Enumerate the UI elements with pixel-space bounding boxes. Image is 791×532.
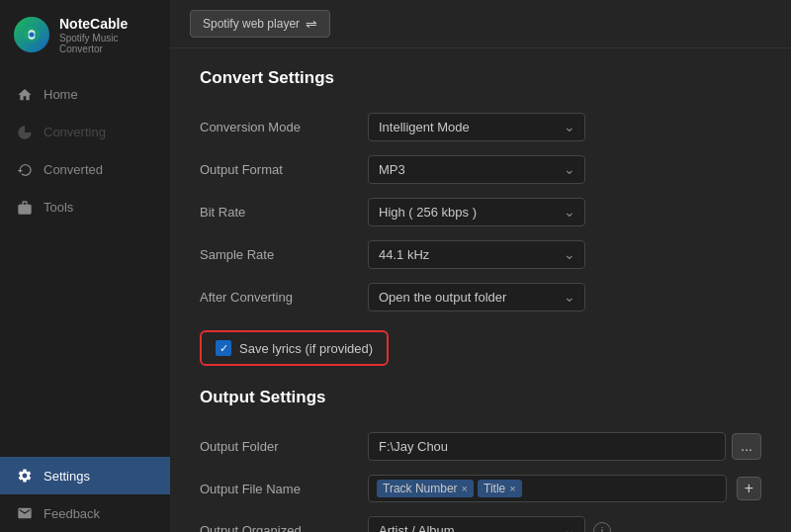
convert-settings-title: Convert Settings bbox=[200, 68, 761, 88]
after-converting-label: After Converting bbox=[200, 276, 368, 318]
tag-track-number-close[interactable]: × bbox=[462, 483, 468, 494]
app-subtitle: Spotify Music Convertor bbox=[59, 33, 156, 54]
conversion-mode-select[interactable]: Intelligent Mode bbox=[368, 113, 585, 141]
converting-icon bbox=[16, 124, 34, 141]
output-filename-value: Track Number × Title × + bbox=[368, 468, 761, 509]
sample-rate-label: Sample Rate bbox=[200, 233, 368, 276]
sidebar-item-feedback[interactable]: Feedback bbox=[0, 494, 170, 532]
after-converting-select[interactable]: Open the output folder bbox=[368, 283, 585, 311]
sidebar-item-home-label: Home bbox=[44, 87, 78, 102]
sample-rate-dropdown-wrapper[interactable]: 44.1 kHz bbox=[368, 240, 585, 269]
main-content: Spotify web player ⇌ Convert Settings Co… bbox=[170, 0, 791, 532]
sidebar-item-converted-label: Converted bbox=[44, 162, 103, 177]
conversion-mode-label: Conversion Mode bbox=[200, 106, 368, 148]
output-organized-group: Artist / Album i bbox=[368, 516, 611, 532]
output-filename-tags[interactable]: Track Number × Title × bbox=[368, 475, 727, 502]
output-organized-dropdown-wrapper[interactable]: Artist / Album bbox=[368, 516, 585, 532]
topbar: Spotify web player ⇌ bbox=[170, 0, 791, 48]
output-format-dropdown-wrapper[interactable]: MP3 bbox=[368, 155, 585, 184]
settings-content: Convert Settings Conversion Mode Intelli… bbox=[170, 48, 791, 532]
sample-rate-value: 44.1 kHz bbox=[368, 233, 761, 276]
tag-title: Title × bbox=[478, 480, 522, 497]
sidebar-item-converted[interactable]: Converted bbox=[0, 151, 170, 189]
conversion-mode-value: Intelligent Mode bbox=[368, 106, 761, 148]
home-icon bbox=[16, 86, 34, 104]
organized-info-icon[interactable]: i bbox=[593, 522, 611, 533]
output-folder-input-group: ... bbox=[368, 432, 761, 461]
sidebar-item-home[interactable]: Home bbox=[0, 76, 170, 114]
sidebar-item-converting[interactable]: Converting bbox=[0, 114, 170, 151]
swap-icon: ⇌ bbox=[306, 16, 317, 32]
converted-icon bbox=[16, 161, 34, 179]
output-organized-label: Output Organized bbox=[200, 509, 368, 532]
convert-settings-section: Convert Settings Conversion Mode Intelli… bbox=[200, 68, 761, 366]
output-filename-label: Output File Name bbox=[200, 468, 368, 509]
sidebar-item-settings[interactable]: Settings bbox=[0, 457, 170, 494]
sidebar-item-tools-label: Tools bbox=[44, 200, 73, 215]
tag-title-close[interactable]: × bbox=[509, 483, 515, 494]
conversion-mode-dropdown-wrapper[interactable]: Intelligent Mode bbox=[368, 113, 585, 141]
save-lyrics-label: Save lyrics (if provided) bbox=[239, 341, 373, 356]
output-folder-label: Output Folder bbox=[200, 425, 368, 468]
bit-rate-value: High ( 256 kbps ) bbox=[368, 191, 761, 233]
tag-track-number: Track Number × bbox=[377, 480, 474, 497]
convert-settings-grid: Conversion Mode Intelligent Mode Output … bbox=[200, 106, 761, 318]
output-format-select[interactable]: MP3 bbox=[368, 155, 585, 184]
output-settings-title: Output Settings bbox=[200, 388, 761, 407]
output-format-label: Output Format bbox=[200, 148, 368, 191]
output-settings-grid: Output Folder ... Output File Name bbox=[200, 425, 761, 532]
output-filename-input-group: Track Number × Title × + bbox=[368, 475, 761, 502]
source-button[interactable]: Spotify web player ⇌ bbox=[190, 10, 330, 38]
save-lyrics-checkbox-row[interactable]: Save lyrics (if provided) bbox=[200, 330, 389, 366]
feedback-icon bbox=[16, 504, 34, 522]
main-nav: Home Converting Converted bbox=[0, 68, 170, 457]
output-organized-select[interactable]: Artist / Album bbox=[368, 516, 585, 532]
output-folder-browse-button[interactable]: ... bbox=[732, 433, 761, 460]
sidebar-item-tools[interactable]: Tools bbox=[0, 189, 170, 226]
output-folder-value: ... bbox=[368, 425, 761, 468]
sidebar-bottom: Settings Feedback bbox=[0, 457, 170, 532]
bit-rate-select[interactable]: High ( 256 kbps ) bbox=[368, 198, 585, 226]
tools-icon bbox=[16, 199, 34, 217]
bit-rate-dropdown-wrapper[interactable]: High ( 256 kbps ) bbox=[368, 198, 585, 226]
source-label: Spotify web player bbox=[203, 17, 300, 31]
app-logo: NoteCable Spotify Music Convertor bbox=[0, 0, 170, 68]
output-format-value: MP3 bbox=[368, 148, 761, 191]
sidebar: NoteCable Spotify Music Convertor Home C… bbox=[0, 0, 170, 532]
sidebar-item-settings-label: Settings bbox=[44, 469, 90, 484]
logo-icon bbox=[14, 17, 49, 52]
app-title: NoteCable bbox=[59, 16, 156, 33]
after-converting-value: Open the output folder bbox=[368, 276, 761, 318]
output-organized-value: Artist / Album i bbox=[368, 509, 761, 532]
app-title-block: NoteCable Spotify Music Convertor bbox=[59, 16, 156, 54]
output-settings-section: Output Settings Output Folder ... Output… bbox=[200, 388, 761, 532]
add-filename-tag-button[interactable]: + bbox=[737, 477, 761, 500]
bit-rate-label: Bit Rate bbox=[200, 191, 368, 233]
sample-rate-select[interactable]: 44.1 kHz bbox=[368, 240, 585, 269]
sidebar-item-converting-label: Converting bbox=[44, 125, 106, 139]
settings-icon bbox=[16, 467, 34, 485]
sidebar-item-feedback-label: Feedback bbox=[44, 506, 100, 521]
save-lyrics-checkbox[interactable] bbox=[216, 340, 231, 356]
output-folder-input[interactable] bbox=[368, 432, 726, 461]
svg-point-1 bbox=[30, 33, 35, 38]
after-converting-dropdown-wrapper[interactable]: Open the output folder bbox=[368, 283, 585, 311]
